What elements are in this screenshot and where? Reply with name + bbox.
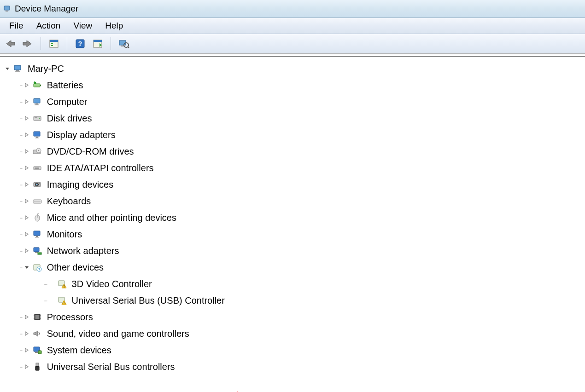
help-icon: ?	[75, 39, 85, 49]
tree-item[interactable]: ··· Keyboards	[4, 193, 585, 209]
svg-rect-23	[35, 104, 39, 105]
tree-toggle-expand[interactable]	[23, 331, 30, 336]
processor-icon	[31, 311, 43, 323]
svg-point-32	[38, 150, 39, 151]
show-hidden-button[interactable]	[90, 37, 105, 51]
tree-item[interactable]: ··· Monitors	[4, 226, 585, 242]
tree-branch-dots: ···	[19, 127, 22, 143]
svg-rect-4	[51, 43, 53, 44]
tree-toggle-expand[interactable]	[23, 248, 30, 253]
tree-toggle-collapse[interactable]	[23, 265, 30, 270]
menu-view[interactable]: View	[67, 19, 99, 33]
tree-toggle-expand[interactable]	[23, 83, 30, 87]
help-button[interactable]: ?	[73, 37, 88, 51]
red-arrow-annotation	[221, 390, 276, 392]
tree-toggle-collapse[interactable]	[4, 66, 11, 71]
tree-item[interactable]: ··· Mice and other pointing devices	[4, 209, 585, 226]
ide-icon	[31, 162, 43, 174]
show-hidden-icon	[93, 39, 103, 48]
svg-rect-45	[36, 236, 38, 237]
svg-rect-0	[4, 6, 10, 10]
tree-item[interactable]: ··· Computer	[4, 93, 585, 110]
tree-branch-dots: ···	[19, 342, 22, 358]
tree-item[interactable]: ··· Imaging devices	[4, 176, 585, 193]
svg-text:!: !	[63, 284, 64, 288]
svg-text:?: ?	[78, 40, 82, 47]
tree-branch-dots: ···	[19, 143, 22, 160]
tree-toggle-expand[interactable]	[23, 348, 30, 352]
tree-item-label: Disk drives	[46, 110, 93, 127]
svg-rect-71	[36, 363, 39, 366]
tree-item-label: System devices	[46, 342, 112, 358]
tree-toggle-expand[interactable]	[23, 215, 30, 220]
tree-item[interactable]: ···· ! 3D Video Controller	[4, 276, 585, 292]
forward-button[interactable]	[20, 37, 35, 51]
svg-text:!: !	[63, 301, 64, 305]
tree-toggle-expand[interactable]	[23, 133, 30, 137]
tree-item[interactable]: ··· Display adapters	[4, 127, 585, 143]
tree-item[interactable]: ··· ? Other devices	[4, 259, 585, 276]
properties-button[interactable]	[47, 37, 61, 51]
system-icon	[31, 344, 43, 356]
tree-item[interactable]: ··· Processors	[4, 309, 585, 325]
svg-rect-9	[94, 40, 102, 42]
svg-point-37	[36, 184, 37, 185]
tree-branch-dots: ···	[19, 77, 22, 93]
tree-toggle-expand[interactable]	[23, 232, 30, 236]
svg-rect-69	[35, 352, 38, 353]
device-tree[interactable]: Mary-PC ··· Batteries ··· Computer ··· D…	[0, 57, 585, 379]
tree-branch-dots: ····	[43, 292, 47, 309]
tree-toggle-expand[interactable]	[23, 199, 30, 203]
tree-branch-dots: ···	[19, 259, 22, 276]
tree-toggle-expand[interactable]	[23, 364, 30, 369]
tree-toggle-expand[interactable]	[23, 315, 30, 319]
back-button[interactable]	[3, 37, 18, 51]
tree-toggle-expand[interactable]	[23, 166, 30, 170]
tree-item[interactable]: Mary-PC	[4, 60, 585, 77]
svg-rect-38	[39, 183, 40, 184]
content-area: Mary-PC ··· Batteries ··· Computer ··· D…	[0, 56, 585, 392]
menu-file[interactable]: File	[3, 19, 30, 33]
arrow-left-icon	[5, 39, 16, 48]
disk-icon	[31, 112, 43, 124]
svg-rect-19	[40, 85, 41, 86]
tree-item[interactable]: ··· Batteries	[4, 77, 585, 93]
tree-item[interactable]: ··· System devices	[4, 342, 585, 358]
tree-item[interactable]: ··· Sound, video and game controllers	[4, 325, 585, 342]
svg-rect-44	[34, 231, 40, 236]
tree-item-label: Universal Serial Bus controllers	[46, 358, 176, 375]
battery-icon	[31, 79, 43, 91]
tree-item-label: 3D Video Controller	[71, 276, 153, 292]
window-title: Device Manager	[15, 4, 78, 14]
tree-toggle-expand[interactable]	[23, 182, 30, 187]
toolbar-separator	[67, 37, 67, 50]
keyboard-icon	[31, 195, 43, 207]
tree-item-label: Keyboards	[46, 193, 92, 209]
tree-toggle-expand[interactable]	[23, 99, 30, 104]
tree-item[interactable]: ··· Disk drives	[4, 110, 585, 127]
tree-item-label: Network adapters	[46, 242, 120, 259]
svg-text:?: ?	[38, 267, 40, 271]
menu-help[interactable]: Help	[99, 19, 129, 33]
tree-toggle-expand[interactable]	[23, 149, 30, 154]
svg-rect-60	[35, 315, 39, 319]
tree-branch-dots: ····	[43, 276, 47, 292]
toolbar-separator	[41, 37, 41, 50]
tree-item-label: DVD/CD-ROM drives	[46, 143, 135, 160]
svg-rect-49	[38, 253, 41, 254]
tree-item[interactable]: ··· IDE ATA/ATAPI controllers	[4, 160, 585, 176]
svg-rect-34	[35, 167, 39, 169]
tree-item-label: Computer	[46, 93, 88, 110]
svg-rect-27	[34, 132, 40, 136]
device-manager-window: Device Manager File Action View Help	[0, 0, 585, 392]
tree-item[interactable]: ··· Network adapters	[4, 242, 585, 259]
network-icon	[31, 245, 43, 257]
tree-item[interactable]: ··· Universal Serial Bus controllers	[4, 358, 585, 375]
tree-item[interactable]: ···· ! Universal Serial Bus (USB) Contro…	[4, 292, 585, 309]
tree-branch-dots: ···	[19, 358, 22, 375]
svg-rect-26	[35, 117, 37, 118]
tree-toggle-expand[interactable]	[23, 116, 30, 121]
menu-action[interactable]: Action	[30, 19, 67, 33]
tree-item[interactable]: ··· DVD/CD-ROM drives	[4, 143, 585, 160]
scan-hardware-button[interactable]	[117, 37, 131, 51]
